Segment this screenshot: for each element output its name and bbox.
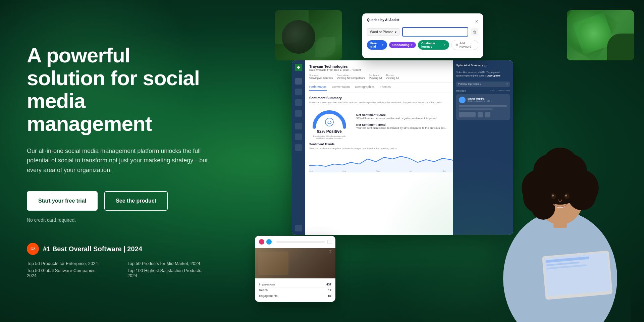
sidebar-logo <box>295 64 302 71</box>
g2-badge: G2 #1 Best Overall Software | 2024 <box>27 243 208 255</box>
filter-sources[interactable]: Sources Viewing All Sources <box>309 74 333 79</box>
date-range: Data Available From Dec 1, 2018 – Presen… <box>309 68 361 71</box>
svg-text:G2: G2 <box>31 247 35 251</box>
award-title: #1 Best Overall Software | 2024 <box>43 245 142 253</box>
svg-text:May: May <box>376 170 380 172</box>
action-icon-2[interactable] <box>478 112 483 117</box>
svg-point-22 <box>568 182 596 210</box>
bg-nature-1 <box>275 10 342 60</box>
filter-competitors[interactable]: Competitors Viewing All Competitors <box>337 74 365 79</box>
impressions-stat: Impressions 437 <box>259 282 331 287</box>
user-avatar <box>459 97 466 103</box>
dashboard-card: Traysan Technologies Data Available From… <box>292 60 513 235</box>
sidebar-icon-3[interactable] <box>295 99 302 106</box>
social-icons <box>259 239 272 245</box>
tag-customer-journey[interactable]: Customer journey + <box>418 40 449 50</box>
svg-text:Jul: Jul <box>409 170 412 172</box>
spike-text: Spike Alert detected at 8AM. Top keyword… <box>456 71 510 77</box>
social-post-image: 📸 <box>255 248 335 278</box>
chevron-down-icon: ▾ <box>395 30 396 34</box>
reach-value: 12 <box>328 288 331 292</box>
right-section: Queries by AI Assist ✕ Word or Phrase ▾ … <box>275 0 644 322</box>
svg-point-5 <box>330 121 331 122</box>
tag-plus-icon: + <box>382 43 384 47</box>
tag-plus-icon: + <box>444 43 446 47</box>
sidebar-icon-2[interactable] <box>295 89 302 95</box>
engagements-stat: Engagements 83 <box>259 293 331 299</box>
query-input-row: Word or Phrase ▾ 🗑 <box>367 27 478 37</box>
svg-point-3 <box>325 118 333 126</box>
gauge-sublabel: Based on the 56% of messages with positi… <box>313 135 346 139</box>
tags-row: Free trial + Onboarding + Customer journ… <box>367 40 478 50</box>
expand-icon[interactable] <box>327 240 331 244</box>
filter-sentiment[interactable]: Sentiment Viewing All <box>369 74 382 79</box>
filter-themes[interactable]: Themes Viewing All <box>386 74 399 79</box>
person-svg <box>490 104 631 322</box>
select-label: Word or Phrase <box>370 30 393 34</box>
sender-name: Minnie Watkins <box>468 98 492 100</box>
engagements-value: 83 <box>328 294 331 298</box>
sidebar-icon-5[interactable] <box>295 123 302 129</box>
message-header: Message Oct 31, 2023 8:23 am <box>456 90 510 92</box>
award-grid: Top 50 Products for Enterprise, 2024 Top… <box>27 261 208 278</box>
hero-section: A powerful solution for social media man… <box>0 0 644 322</box>
svg-point-26 <box>552 195 554 197</box>
social-card-header <box>255 236 335 248</box>
tab-demographics[interactable]: Demographics <box>355 85 375 91</box>
tag-free-trial[interactable]: Free trial + <box>367 40 387 50</box>
sentiment-gauge <box>309 107 350 130</box>
award-item-2: Top 50 Products for Mid Market, 2024 <box>127 261 208 266</box>
sidebar-icon-7[interactable] <box>295 144 302 151</box>
g2-logo-icon: G2 <box>27 243 39 255</box>
plus-icon: ⊕ <box>455 43 458 47</box>
svg-point-27 <box>565 195 567 197</box>
company-name: Traysan Technologies <box>309 64 361 68</box>
see-product-button[interactable]: See the product <box>104 191 168 211</box>
query-builder-card: Queries by AI Assist ✕ Word or Phrase ▾ … <box>362 13 483 58</box>
post-title-placeholder <box>276 241 325 243</box>
keyword-input[interactable] <box>402 27 468 37</box>
tab-conversation[interactable]: Conversation <box>332 85 350 91</box>
message-line-2 <box>459 108 493 110</box>
dashboard-sidebar <box>292 60 305 235</box>
start-trial-button[interactable]: Start your free trial <box>27 191 98 211</box>
person-photo <box>490 104 631 322</box>
svg-text:Jan: Jan <box>309 170 313 172</box>
impressions-label: Impressions <box>259 283 275 286</box>
award-item-1: Top 50 Products for Enterprise, 2024 <box>27 261 107 266</box>
tab-performance[interactable]: Performance <box>309 85 327 91</box>
award-item-4: Top 100 Highest Satisfaction Products, 2… <box>127 268 208 278</box>
tag-plus-icon: + <box>411 43 413 47</box>
query-builder-title: Queries by AI Assist <box>367 18 399 22</box>
social-card: 📸 Impressions 437 Reach 12 Engagements 8… <box>255 236 335 302</box>
sidebar-icon-8[interactable] <box>295 225 302 231</box>
sidebar-icon-6[interactable] <box>295 133 302 140</box>
tab-themes[interactable]: Themes <box>380 85 391 91</box>
headline: A powerful solution for social media man… <box>27 44 208 136</box>
add-keyword-button[interactable]: ⊕ Add Keyword <box>451 40 478 50</box>
close-icon[interactable]: ✕ <box>475 19 478 24</box>
message-user-info: Minnie Watkins @minniethewatkins · 106 k <box>459 97 507 103</box>
svg-point-23 <box>532 196 555 220</box>
spike-title: Spike Alert Summary <box>456 64 483 67</box>
action-icon-1[interactable] <box>459 112 476 117</box>
svg-point-4 <box>328 121 328 122</box>
svg-point-20 <box>542 148 579 184</box>
sidebar-icon-1[interactable] <box>295 78 302 85</box>
delete-icon[interactable]: 🗑 <box>471 28 478 36</box>
social-card-stats: Impressions 437 Reach 12 Engagements 83 <box>255 278 335 302</box>
sender-handle: @minniethewatkins · 106 k <box>468 100 492 102</box>
query-type-select[interactable]: Word or Phrase ▾ <box>367 28 399 36</box>
sidebar-icon-4[interactable] <box>295 110 302 117</box>
engagements-label: Engagements <box>259 294 278 298</box>
svg-text:Mar: Mar <box>342 170 346 172</box>
info-icon: ⓘ <box>484 64 487 68</box>
award-item-3: Top 50 Global Software Companies, 2024 <box>27 268 107 278</box>
tag-onboarding[interactable]: Onboarding + <box>389 42 416 48</box>
bg-nature-2 <box>567 10 634 60</box>
left-content: A powerful solution for social media man… <box>0 17 228 305</box>
impressions-dropdown[interactable]: Potential Impressions ▾ <box>456 82 510 87</box>
instagram-icon <box>259 239 264 245</box>
reach-stat: Reach 12 <box>259 287 331 293</box>
reach-label: Reach <box>259 288 268 292</box>
